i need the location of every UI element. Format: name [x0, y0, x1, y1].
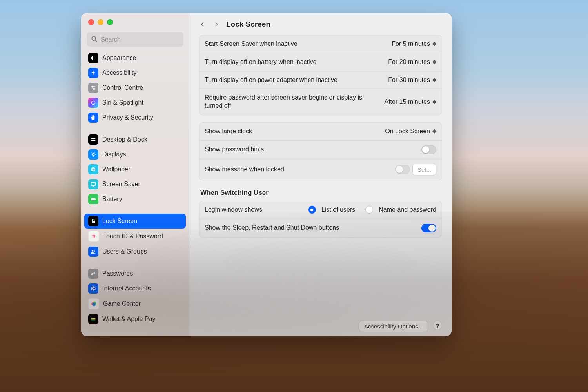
row-lock-message: Show message when locked Set... [199, 159, 442, 180]
forward-button[interactable] [212, 20, 221, 29]
sidebar-item-users-groups[interactable]: Users & Groups [84, 244, 186, 259]
row-screensaver-inactive: Start Screen Saver when inactive For 5 m… [199, 35, 442, 53]
updown-icon [432, 60, 436, 64]
sidebar-item-internet-accounts[interactable]: Internet Accounts [84, 281, 186, 296]
sidebar-item-accessibility[interactable]: Accessibility [84, 65, 186, 80]
popup-value: On Lock Screen [385, 128, 430, 135]
accessibility-options-button[interactable]: Accessibility Options... [359, 321, 428, 332]
sidebar-item-label: Displays [102, 151, 126, 158]
sidebar-item-label: Siri & Spotlight [102, 99, 143, 106]
divider [84, 207, 186, 214]
switch-lock-message[interactable] [395, 165, 410, 174]
key-icon [88, 269, 98, 279]
fingerprint-icon [88, 231, 99, 242]
lock-icon [88, 216, 98, 226]
hand-icon [88, 113, 98, 123]
sidebar-item-appearance[interactable]: Appearance [84, 51, 186, 65]
sidebar-item-label: Battery [102, 196, 122, 203]
svg-marker-34 [432, 62, 436, 64]
radio-list-of-users[interactable]: List of users [308, 206, 355, 214]
sidebar-item-label: Users & Groups [102, 248, 147, 255]
updown-icon [432, 100, 436, 104]
svg-point-24 [93, 288, 94, 290]
updown-icon [432, 42, 436, 46]
sidebar-item-screen-saver[interactable]: Screen Saver [84, 177, 186, 192]
search-input[interactable] [87, 32, 183, 47]
radio-name-and-password[interactable]: Name and password [365, 206, 436, 214]
siri-icon [88, 98, 98, 108]
radio-label: Name and password [379, 206, 436, 213]
search-field[interactable] [87, 32, 183, 47]
svg-point-12 [91, 167, 95, 171]
row-display-battery: Turn display off on battery when inactiv… [199, 53, 442, 71]
popup-require-password[interactable]: After 15 minutes [385, 98, 437, 105]
sidebar-item-touch-id[interactable]: Touch ID & Password [84, 229, 186, 244]
sidebar-item-siri-spotlight[interactable]: Siri & Spotlight [84, 95, 186, 110]
popup-display-battery[interactable]: For 20 minutes [388, 58, 436, 65]
sidebar-item-label: Wallet & Apple Pay [102, 316, 155, 323]
row-label: Turn display off on power adapter when i… [205, 76, 338, 84]
radio-icon [308, 206, 316, 214]
svg-point-21 [92, 250, 93, 252]
sidebar-item-label: Privacy & Security [102, 114, 153, 121]
row-require-password: Require password after screen saver begi… [199, 89, 442, 115]
sidebar-item-wallpaper[interactable]: Wallpaper [84, 162, 186, 177]
svg-point-8 [91, 101, 95, 104]
sidebar-item-game-center[interactable]: Game Center [84, 296, 186, 312]
sidebar-item-privacy-security[interactable]: Privacy & Security [84, 110, 186, 125]
row-label: Login window shows [205, 206, 262, 214]
close-window-button[interactable] [88, 19, 94, 25]
display-options-group: Show large clock On Lock Screen Show pas… [199, 122, 442, 180]
sidebar-item-label: Lock Screen [102, 218, 137, 225]
screen-saver-icon [88, 179, 98, 189]
updown-icon [432, 78, 436, 82]
sidebar-item-control-centre[interactable]: Control Centre [84, 80, 186, 95]
popup-screensaver-inactive[interactable]: For 5 minutes [392, 40, 436, 47]
game-center-icon [88, 298, 99, 309]
sidebar-item-label: Passwords [102, 270, 133, 277]
battery-icon [88, 194, 98, 204]
updown-icon [432, 129, 436, 134]
sidebar-item-wallet-apple-pay[interactable]: Wallet & Apple Pay [84, 312, 186, 327]
svg-rect-10 [91, 140, 96, 141]
switch-sleep-buttons[interactable] [421, 224, 436, 232]
svg-point-16 [94, 170, 94, 171]
sidebar-item-displays[interactable]: Displays [84, 147, 186, 162]
minimize-window-button[interactable] [98, 19, 103, 25]
row-display-adapter: Turn display off on power adapter when i… [199, 71, 442, 89]
sidebar-item-label: Desktop & Dock [102, 136, 147, 143]
svg-point-14 [94, 168, 94, 169]
sidebar-item-battery[interactable]: Battery [84, 192, 186, 207]
appearance-icon [88, 53, 98, 63]
row-label: Start Screen Saver when inactive [205, 40, 298, 48]
svg-point-23 [91, 273, 93, 275]
svg-point-22 [94, 250, 95, 252]
help-button[interactable]: ? [433, 321, 442, 330]
svg-point-11 [92, 153, 94, 155]
row-sleep-restart-shutdown: Show the Sleep, Restart and Shut Down bu… [199, 219, 442, 237]
set-lock-message-button[interactable]: Set... [412, 164, 436, 175]
users-icon [88, 247, 98, 257]
switching-user-group: Login window shows List of users Name an… [199, 201, 442, 238]
sidebar-item-passwords[interactable]: Passwords [84, 266, 186, 281]
sidebar-item-label: Wallpaper [102, 166, 130, 173]
fullscreen-window-button[interactable] [107, 19, 113, 25]
sidebar-item-desktop-dock[interactable]: Desktop & Dock [84, 132, 186, 147]
radio-icon [365, 206, 373, 214]
popup-display-adapter[interactable]: For 30 minutes [388, 76, 436, 83]
row-label: Show large clock [205, 127, 252, 136]
svg-marker-32 [432, 44, 436, 46]
popup-value: For 5 minutes [392, 40, 430, 47]
switch-password-hints[interactable] [421, 145, 436, 154]
popup-value: After 15 minutes [385, 98, 430, 105]
sidebar-nav: Appearance Accessibility Control Centre … [81, 50, 189, 330]
desktop-icon [88, 134, 98, 145]
content: Start Screen Saver when inactive For 5 m… [189, 31, 452, 319]
sidebar-item-lock-screen[interactable]: Lock Screen [84, 214, 186, 229]
back-button[interactable] [198, 20, 207, 29]
popup-large-clock[interactable]: On Lock Screen [385, 128, 436, 135]
control-centre-icon [88, 83, 98, 93]
window-controls [81, 13, 189, 25]
sidebar-item-label: Touch ID & Password [103, 233, 163, 240]
timing-group: Start Screen Saver when inactive For 5 m… [199, 35, 442, 115]
